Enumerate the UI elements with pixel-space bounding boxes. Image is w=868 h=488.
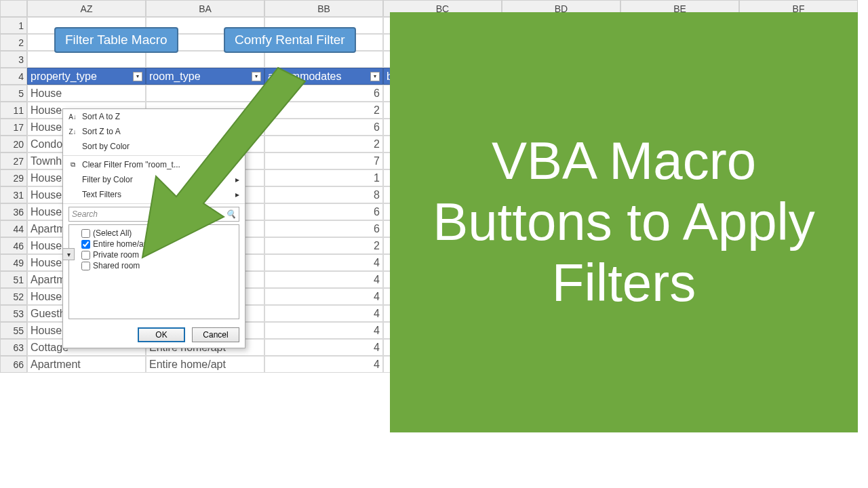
filter-dropdown-icon[interactable]: ▾ — [252, 72, 261, 81]
resize-handle-icon[interactable]: ▾ — [62, 248, 75, 260]
row-header[interactable]: 5 — [0, 85, 27, 102]
sort-by-color-item[interactable]: Sort by Color▸ — [63, 139, 245, 154]
table-header-property-type[interactable]: property_type▾ — [27, 68, 146, 85]
filter-checklist: (Select All) Entire home/apt Private roo… — [68, 224, 239, 319]
filter-search-input[interactable]: Search🔍 — [68, 207, 239, 222]
text-filters-item[interactable]: Text Filters▸ — [63, 187, 245, 202]
filter-by-color-item[interactable]: Filter by Color▸ — [63, 172, 245, 187]
checkbox[interactable] — [81, 251, 90, 260]
col-header[interactable]: BA — [146, 0, 264, 17]
header-label: room_type — [149, 70, 201, 83]
chevron-right-icon: ▸ — [235, 142, 239, 151]
chevron-right-icon: ▸ — [235, 190, 239, 199]
table-header-accommodates[interactable]: accommodates▾ — [264, 68, 383, 85]
col-header[interactable]: AZ — [27, 0, 146, 17]
cell-property-type[interactable]: House — [27, 85, 146, 102]
select-all-corner[interactable] — [0, 0, 27, 17]
filter-table-macro-button[interactable]: Filter Table Macro — [54, 27, 178, 53]
header-label: accommodates — [268, 70, 342, 83]
clear-filter-icon: ⧉ — [67, 161, 78, 169]
sort-za-icon: Z↓ — [67, 128, 78, 136]
ok-button[interactable]: OK — [138, 327, 185, 342]
sort-za-item[interactable]: Z↓Sort Z to A — [63, 124, 245, 139]
autofilter-menu: A↓Sort A to Z Z↓Sort Z to A Sort by Colo… — [62, 108, 245, 348]
col-header[interactable]: BB — [264, 0, 383, 17]
filter-dropdown-icon[interactable]: ▾ — [370, 72, 380, 81]
search-icon: 🔍 — [226, 209, 236, 219]
cancel-button[interactable]: Cancel — [192, 327, 239, 342]
sort-az-icon: A↓ — [67, 113, 78, 121]
checklist-item-select-all[interactable]: (Select All) — [72, 228, 236, 239]
checklist-item-shared-room[interactable]: Shared room — [72, 260, 236, 271]
table-header-room-type[interactable]: room_type▾ — [146, 68, 264, 85]
title-overlay: VBA Macro Buttons to Apply Filters — [390, 12, 858, 432]
checkbox[interactable] — [81, 229, 90, 238]
header-label: property_type — [31, 70, 97, 83]
separator — [63, 155, 245, 156]
checklist-item-private-room[interactable]: Private room — [72, 249, 236, 260]
sort-az-item[interactable]: A↓Sort A to Z — [63, 109, 245, 124]
row-header[interactable]: 1 — [0, 17, 27, 34]
comfy-rental-filter-button[interactable]: Comfy Rental Filter — [224, 27, 356, 53]
row-header[interactable]: 3 — [0, 51, 27, 68]
row-header[interactable]: 2 — [0, 34, 27, 51]
separator — [63, 203, 245, 204]
checklist-item-entire-home[interactable]: Entire home/apt — [72, 239, 236, 249]
row-header[interactable]: 4 — [0, 68, 27, 85]
checkbox[interactable] — [81, 262, 90, 270]
clear-filter-item[interactable]: ⧉Clear Filter From "room_t... — [63, 157, 245, 172]
checkbox[interactable] — [81, 240, 90, 249]
chevron-right-icon: ▸ — [235, 175, 239, 184]
filter-dropdown-icon[interactable]: ▾ — [133, 72, 142, 81]
